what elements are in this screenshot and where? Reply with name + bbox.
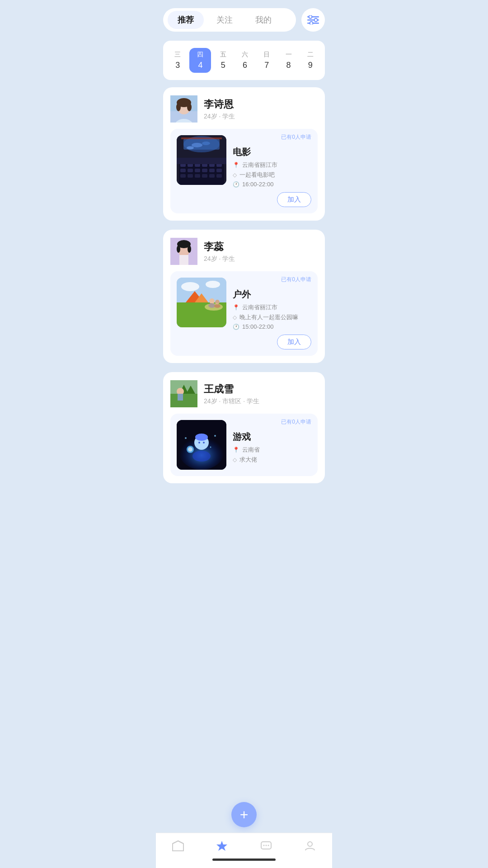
svg-point-70: [195, 434, 208, 441]
activity-card-0: 已有0人申请: [170, 129, 318, 213]
user-sub-1: 24岁 · 学生: [204, 255, 235, 263]
date-item-mon[interactable]: 一 8: [279, 51, 299, 70]
svg-point-13: [187, 103, 192, 111]
date-item-wed[interactable]: 三 3: [168, 51, 188, 70]
svg-point-18: [202, 142, 210, 145]
home-indicator: [212, 859, 276, 861]
user-header-1: 李蕊 24岁 · 学生: [170, 238, 318, 265]
avatar-1: [170, 238, 197, 265]
user-header-0: 李诗恩 24岁 · 学生: [170, 95, 318, 123]
svg-point-4: [314, 19, 318, 22]
join-button-1[interactable]: 加入: [277, 335, 311, 349]
svg-marker-80: [216, 841, 227, 851]
user-sub-2: 24岁 · 市辖区 · 学生: [204, 397, 259, 406]
svg-point-45: [177, 245, 180, 253]
top-navigation: 推荐 关注 我的: [156, 0, 332, 36]
date-item-sun[interactable]: 日 7: [257, 51, 277, 70]
home-icon: [172, 840, 184, 855]
activity-time-0: 🕐 16:00-22:00: [233, 181, 311, 188]
activity-image-1: [177, 278, 226, 327]
date-item-sat[interactable]: 六 6: [235, 51, 255, 70]
user-card-0: 李诗恩 24岁 · 学生 已有0人申请: [163, 87, 325, 221]
bottom-nav-messages[interactable]: [260, 840, 272, 855]
activity-card-2: 已有0人申请: [170, 414, 318, 476]
activity-meta-1: 📍 云南省丽江市 ◇ 晚上有人一起逛公园嘛 🕐 15:00-22:00: [233, 303, 311, 330]
activity-details-0: 电影 📍 云南省丽江市 ◇ 一起看电影吧 🕐 16:00-22:00: [233, 135, 311, 207]
desc-icon-1: ◇: [233, 314, 237, 321]
svg-rect-29: [195, 169, 200, 172]
svg-rect-39: [177, 158, 226, 164]
date-item-thu[interactable]: 四 4: [189, 48, 211, 73]
bottom-nav-star[interactable]: [216, 840, 228, 855]
apply-count-2: 已有0人申请: [281, 418, 311, 426]
time-icon-1: 🕐: [233, 324, 239, 330]
tab-mine[interactable]: 我的: [245, 11, 282, 29]
svg-rect-36: [202, 174, 207, 178]
svg-rect-35: [195, 174, 200, 178]
user-header-2: 王成雪 24岁 · 市辖区 · 学生: [170, 380, 318, 407]
cards-container: 李诗恩 24岁 · 学生 已有0人申请: [156, 87, 332, 528]
profile-icon: [304, 840, 316, 855]
activity-location-0: 📍 云南省丽江市: [233, 161, 311, 169]
avatar-0: [170, 95, 197, 123]
apply-count-0: 已有0人申请: [281, 133, 311, 141]
user-sub-0: 24岁 · 学生: [204, 113, 235, 121]
activity-location-2: 📍 云南省: [233, 446, 311, 454]
user-name-2: 王成雪: [204, 382, 259, 396]
date-picker: 三 3 四 4 五 5 六 6 日 7 一 8 二 9: [163, 41, 325, 80]
tab-recommend[interactable]: 推荐: [168, 11, 204, 29]
fab-button[interactable]: +: [231, 802, 257, 827]
svg-rect-31: [209, 169, 215, 172]
activity-details-1: 户外 📍 云南省丽江市 ◇ 晚上有人一起逛公园嘛 🕐 15:00-22:00: [233, 278, 311, 349]
svg-marker-79: [173, 841, 183, 844]
filter-button[interactable]: [301, 8, 325, 32]
date-item-tue[interactable]: 二 9: [300, 51, 320, 70]
date-item-fri[interactable]: 五 5: [213, 51, 233, 70]
svg-point-12: [176, 103, 181, 111]
svg-point-54: [209, 298, 215, 304]
activity-image-2: [177, 420, 226, 470]
svg-point-71: [198, 442, 200, 443]
svg-point-77: [210, 447, 211, 448]
activity-title-2: 游戏: [233, 431, 311, 443]
tab-follow[interactable]: 关注: [206, 11, 243, 29]
activity-image-0: [177, 135, 226, 185]
bottom-nav-profile[interactable]: [304, 840, 316, 855]
user-info-0: 李诗恩 24岁 · 学生: [204, 98, 235, 121]
svg-rect-27: [180, 169, 186, 172]
activity-title-1: 户外: [233, 288, 311, 301]
svg-point-5: [310, 22, 313, 24]
svg-point-83: [265, 845, 267, 846]
svg-rect-47: [179, 255, 188, 265]
svg-point-50: [206, 281, 220, 288]
messages-icon: [260, 840, 272, 855]
svg-rect-38: [216, 174, 222, 178]
apply-count-1: 已有0人申请: [281, 276, 311, 283]
time-icon-0: 🕐: [233, 181, 239, 188]
user-card-1: 李蕊 24岁 · 学生 已有0人申请: [163, 230, 325, 363]
nav-tab-group: 推荐 关注 我的: [163, 8, 296, 32]
bottom-nav-home[interactable]: [172, 840, 184, 855]
svg-rect-30: [202, 169, 207, 172]
activity-description-2: ◇ 求大佬: [233, 456, 311, 464]
svg-point-74: [188, 447, 192, 452]
activity-time-1: 🕐 15:00-22:00: [233, 323, 311, 330]
svg-point-76: [214, 435, 216, 437]
activity-details-2: 游戏 📍 云南省 ◇ 求大佬: [233, 420, 311, 470]
activity-card-1: 已有0人申请: [170, 271, 318, 356]
location-icon-1: 📍: [233, 304, 239, 311]
activity-description-1: ◇ 晚上有人一起逛公园嘛: [233, 313, 311, 321]
svg-point-82: [263, 845, 264, 846]
join-button-0[interactable]: 加入: [277, 192, 311, 207]
location-icon-0: 📍: [233, 162, 239, 168]
svg-point-85: [308, 842, 312, 846]
location-icon-2: 📍: [233, 447, 239, 453]
svg-rect-33: [180, 174, 186, 178]
svg-point-3: [309, 15, 312, 19]
svg-point-75: [185, 437, 187, 439]
avatar-2: [170, 380, 197, 407]
desc-icon-0: ◇: [233, 172, 237, 178]
svg-rect-32: [216, 169, 222, 172]
user-name-1: 李蕊: [204, 240, 235, 254]
svg-rect-34: [188, 174, 193, 178]
